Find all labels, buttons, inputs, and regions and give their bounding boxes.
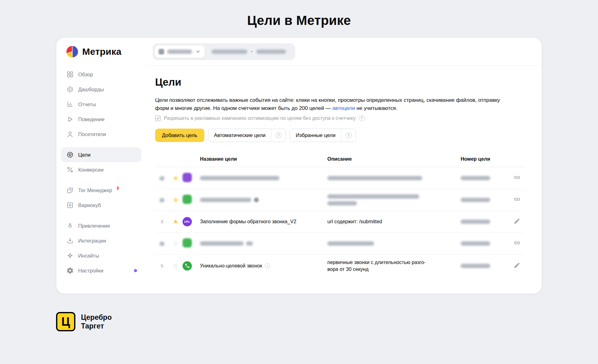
sidebar-nav: Обзор Дашборды Отчеты Поведение Посетите… bbox=[56, 66, 145, 278]
flame-icon bbox=[66, 222, 74, 229]
goal-number-redacted bbox=[461, 241, 510, 246]
sidebar-item-label: Цели bbox=[78, 152, 91, 158]
dashboard-columns-icon bbox=[66, 86, 74, 93]
table-row: 5 ☆ Уникально-целевой звонокi первичные … bbox=[155, 254, 524, 277]
gear-icon bbox=[66, 267, 74, 274]
target-icon bbox=[66, 151, 74, 158]
counter-favicon-redacted bbox=[159, 49, 164, 54]
sidebar-item-integrations[interactable]: Интеграции bbox=[61, 233, 141, 248]
goals-page: Цели Цели позволяют отслеживать важные с… bbox=[145, 66, 542, 294]
percent-icon bbox=[66, 166, 74, 173]
goal-actions: Добавить цель Автоматические цели ? Избр… bbox=[155, 129, 524, 142]
goal-index: 5 bbox=[155, 263, 169, 268]
breadcrumb-separator: · bbox=[251, 49, 253, 54]
link-icon[interactable] bbox=[510, 174, 524, 182]
sidebar-item-behavior[interactable]: Поведение bbox=[61, 112, 141, 127]
autogoals-link[interactable]: автоцели bbox=[332, 105, 355, 111]
sidebar-item-label: Настройки bbox=[78, 268, 103, 274]
sidebar-item-overview[interactable]: Обзор bbox=[61, 67, 141, 82]
tag-manager-icon bbox=[66, 187, 74, 194]
sidebar-item-dashboards[interactable]: Дашборды bbox=[61, 82, 141, 97]
sidebar-item-label: Инсайты bbox=[78, 253, 99, 259]
brand-name: Метрика bbox=[82, 46, 121, 57]
sidebar-item-tag-manager[interactable]: Тег Менеджер β bbox=[61, 183, 141, 198]
metrika-logo-icon bbox=[66, 45, 79, 58]
bar-chart-icon bbox=[66, 101, 74, 108]
goal-type-icon bbox=[183, 173, 200, 183]
topbar: · bbox=[145, 38, 542, 66]
integrations-icon bbox=[66, 237, 74, 244]
favorite-goals-help[interactable]: ? bbox=[341, 132, 356, 138]
sidebar-item-settings[interactable]: Настройки bbox=[61, 263, 141, 278]
sidebar-item-insights[interactable]: Инсайты bbox=[61, 248, 141, 263]
auto-goals-help[interactable]: ? bbox=[271, 132, 286, 138]
metrika-logo[interactable]: Метрика bbox=[56, 38, 145, 66]
favorite-star-icon[interactable]: ★ bbox=[169, 175, 183, 181]
help-icon[interactable]: ? bbox=[359, 115, 365, 121]
sidebar-item-label: Поведение bbox=[78, 116, 105, 122]
grid-icon bbox=[66, 71, 74, 78]
sidebar-item-label: Интеграции bbox=[78, 238, 106, 244]
col-name: Название цели bbox=[200, 156, 327, 162]
sidebar: Метрика Обзор Дашборды Отчеты Поведени bbox=[56, 38, 145, 294]
link-icon[interactable] bbox=[510, 196, 524, 204]
goal-index-redacted bbox=[155, 241, 169, 246]
sidebar-item-goals[interactable]: Цели bbox=[61, 147, 141, 162]
page-title: Цели в Метрике bbox=[0, 0, 598, 28]
intro-text: Цели позволяют отслеживать важные событи… bbox=[155, 97, 500, 111]
page-container: Метрика Обзор Дашборды Отчеты Поведени bbox=[56, 37, 542, 331]
optimization-checkbox-row: Разрешить в рекламных кампаниях оптимиза… bbox=[155, 115, 524, 121]
edit-pencil-icon[interactable] bbox=[510, 218, 524, 226]
favorite-star-icon[interactable]: ★ bbox=[169, 196, 183, 203]
goal-description-redacted bbox=[327, 240, 461, 247]
sidebar-item-variocube[interactable]: Вариокуб bbox=[61, 198, 141, 213]
sidebar-item-label: Привлечение bbox=[78, 223, 110, 229]
favorite-star-icon[interactable]: ★ bbox=[169, 218, 183, 225]
auto-goals-button[interactable]: Автоматические цели ? bbox=[208, 129, 286, 142]
edit-pencil-icon[interactable] bbox=[510, 262, 524, 270]
sidebar-item-label: Тег Менеджер bbox=[78, 187, 112, 193]
question-icon: ? bbox=[276, 132, 282, 138]
goals-table: Название цели Описание Номер цели ★ bbox=[155, 156, 524, 277]
favorite-goals-button[interactable]: Избранные цели ? bbox=[290, 129, 356, 142]
goal-name-redacted bbox=[200, 197, 327, 202]
optimization-checkbox[interactable] bbox=[155, 116, 161, 121]
table-row: ★ bbox=[155, 189, 524, 211]
sidebar-item-conversions[interactable]: Конверсии bbox=[61, 162, 141, 177]
favorite-goals-label: Избранные цели bbox=[290, 132, 341, 138]
beta-badge: β bbox=[117, 186, 119, 190]
counter-select-dropdown[interactable] bbox=[155, 45, 205, 58]
goal-description-redacted bbox=[327, 194, 461, 206]
add-goal-button[interactable]: Добавить цель bbox=[155, 129, 204, 142]
url-goal-icon: URL bbox=[183, 217, 200, 226]
metrika-window: Метрика Обзор Дашборды Отчеты Поведени bbox=[56, 37, 542, 294]
goal-type-icon bbox=[183, 195, 200, 205]
cerebro-name-line2: Таргет bbox=[81, 322, 112, 330]
sidebar-item-label: Дашборды bbox=[78, 87, 104, 92]
goal-name: Заполнение формы обратного звонка_V2 bbox=[200, 219, 327, 225]
table-header: Название цели Описание Номер цели bbox=[155, 156, 524, 167]
col-number: Номер цели bbox=[461, 156, 510, 162]
sidebar-item-visitors[interactable]: Посетители bbox=[61, 127, 141, 142]
counter-name-redacted bbox=[167, 50, 192, 54]
sidebar-item-acquisition[interactable]: Привлечение bbox=[61, 218, 141, 233]
goal-description-redacted bbox=[327, 175, 461, 182]
goal-number-redacted bbox=[461, 175, 510, 181]
breadcrumb[interactable]: · bbox=[211, 49, 286, 54]
favorite-star-icon[interactable]: ☆ bbox=[169, 240, 183, 247]
favorite-star-icon[interactable]: ☆ bbox=[169, 262, 183, 269]
sidebar-item-reports[interactable]: Отчеты bbox=[61, 97, 141, 112]
breadcrumb-site-redacted bbox=[211, 50, 247, 54]
main-area: · Цели Цели позволяют отслеживать важные… bbox=[145, 38, 542, 294]
goals-intro: Цели позволяют отслеживать важные событи… bbox=[155, 96, 505, 112]
goal-description: url содержит: /submitted bbox=[327, 218, 461, 225]
goal-index-redacted bbox=[155, 175, 169, 181]
goal-number-redacted bbox=[461, 219, 510, 225]
question-icon: ? bbox=[346, 132, 352, 138]
call-goal-icon bbox=[183, 261, 200, 271]
info-icon[interactable]: i bbox=[265, 263, 270, 268]
cerebro-logo: Ц bbox=[56, 312, 75, 331]
link-icon[interactable] bbox=[510, 239, 524, 248]
sidebar-item-label: Отчеты bbox=[78, 102, 96, 107]
sidebar-item-label: Конверсии bbox=[78, 167, 104, 173]
